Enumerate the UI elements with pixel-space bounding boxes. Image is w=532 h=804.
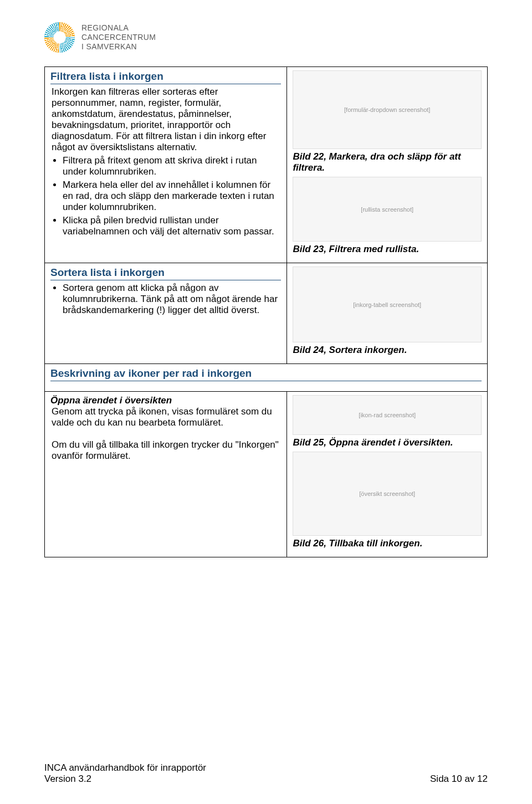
heading-filtrera: Filtrera lista i inkorgen <box>50 70 281 84</box>
cell-filtrera-img: [formulär-dropdown screenshot] Bild 22, … <box>287 67 488 263</box>
bullet: Sortera genom att klicka på någon av kol… <box>63 283 281 316</box>
para-oppna2: Om du vill gå tillbaka till inkorgen try… <box>52 439 281 462</box>
cell-oppna-img: [ikon-rad screenshot] Bild 25, Öppna äre… <box>287 392 488 557</box>
bullets-filtrera: Filtrera på fritext genom att skriva dir… <box>63 155 281 237</box>
screenshot-bild26: [översikt screenshot] <box>293 452 482 536</box>
cell-oppna: Öppna ärendet i översikten Genom att try… <box>45 392 287 557</box>
content-table: Filtrera lista i inkorgen Inkorgen kan f… <box>44 66 488 557</box>
caption-bild22: Bild 22, Markera, dra och släpp för att … <box>293 151 482 173</box>
screenshot-bild22: [formulär-dropdown screenshot] <box>293 70 482 149</box>
screenshot-bild23: [rullista screenshot] <box>293 177 482 242</box>
cell-beskrivning-header: Beskrivning av ikoner per rad i inkorgen <box>45 364 488 392</box>
screenshot-bild25: [ikon-rad screenshot] <box>293 395 482 435</box>
caption-bild26: Bild 26, Tillbaka till inkorgen. <box>293 538 482 549</box>
heading-beskrivning: Beskrivning av ikoner per rad i inkorgen <box>50 367 482 381</box>
caption-bild24: Bild 24, Sortera inkorgen. <box>293 345 482 356</box>
screenshot-bild24: [inkorg-tabell screenshot] <box>293 267 482 342</box>
bullet: Filtrera på fritext genom att skriva dir… <box>63 155 281 177</box>
subhead-oppna: Öppna ärendet i översikten <box>50 395 281 406</box>
logo-icon <box>44 22 75 53</box>
caption-bild23: Bild 23, Filtrera med rullista. <box>293 244 482 255</box>
logo-line1: REGIONALA <box>81 23 156 33</box>
bullet: Markera hela eller del av innehållet i k… <box>63 180 281 213</box>
page-footer: INCA användarhandbok för inrapportör Ver… <box>44 762 488 785</box>
para-oppna1: Genom att trycka på ikonen, visas formul… <box>52 406 281 428</box>
cell-filtrera: Filtrera lista i inkorgen Inkorgen kan f… <box>45 67 287 263</box>
caption-bild25: Bild 25, Öppna ärendet i översikten. <box>293 437 482 448</box>
logo-line2: CANCERCENTRUM <box>81 33 156 42</box>
footer-title: INCA användarhandbok för inrapportör <box>44 762 206 774</box>
header-logo: REGIONALA CANCERCENTRUM I SAMVERKAN <box>44 22 488 53</box>
cell-sortera-img: [inkorg-tabell screenshot] Bild 24, Sort… <box>287 263 488 364</box>
bullet: Klicka på pilen bredvid rullistan under … <box>63 215 281 237</box>
bullets-sortera: Sortera genom att klicka på någon av kol… <box>63 283 281 316</box>
cell-sortera: Sortera lista i inkorgen Sortera genom a… <box>45 263 287 364</box>
footer-left: INCA användarhandbok för inrapportör Ver… <box>44 762 206 785</box>
para-filtrera: Inkorgen kan filtreras eller sorteras ef… <box>52 86 281 153</box>
logo-text: REGIONALA CANCERCENTRUM I SAMVERKAN <box>81 23 156 51</box>
footer-version: Version 3.2 <box>44 774 206 785</box>
logo-line3: I SAMVERKAN <box>81 42 156 52</box>
footer-page: Sida 10 av 12 <box>430 774 488 785</box>
heading-sortera: Sortera lista i inkorgen <box>50 267 281 280</box>
